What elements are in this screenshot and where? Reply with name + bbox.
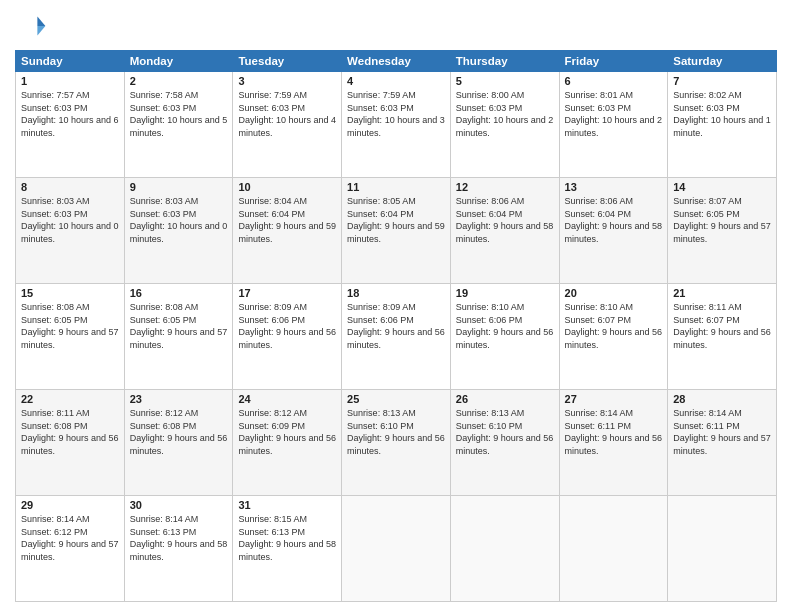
day-detail: Sunrise: 8:14 AMSunset: 6:11 PMDaylight:… xyxy=(673,407,771,457)
calendar-cell: 27 Sunrise: 8:14 AMSunset: 6:11 PMDaylig… xyxy=(559,390,668,496)
day-detail: Sunrise: 8:10 AMSunset: 6:07 PMDaylight:… xyxy=(565,301,663,351)
calendar-table: SundayMondayTuesdayWednesdayThursdayFrid… xyxy=(15,50,777,602)
day-detail: Sunrise: 7:59 AMSunset: 6:03 PMDaylight:… xyxy=(347,89,445,139)
day-number: 18 xyxy=(347,287,445,299)
weekday-header-tuesday: Tuesday xyxy=(233,51,342,72)
day-number: 27 xyxy=(565,393,663,405)
calendar-cell: 12 Sunrise: 8:06 AMSunset: 6:04 PMDaylig… xyxy=(450,178,559,284)
calendar-cell: 29 Sunrise: 8:14 AMSunset: 6:12 PMDaylig… xyxy=(16,496,125,602)
week-row-1: 1 Sunrise: 7:57 AMSunset: 6:03 PMDayligh… xyxy=(16,72,777,178)
day-detail: Sunrise: 7:57 AMSunset: 6:03 PMDaylight:… xyxy=(21,89,119,139)
day-detail: Sunrise: 8:02 AMSunset: 6:03 PMDaylight:… xyxy=(673,89,771,139)
calendar-cell: 24 Sunrise: 8:12 AMSunset: 6:09 PMDaylig… xyxy=(233,390,342,496)
calendar-cell: 5 Sunrise: 8:00 AMSunset: 6:03 PMDayligh… xyxy=(450,72,559,178)
day-detail: Sunrise: 8:01 AMSunset: 6:03 PMDaylight:… xyxy=(565,89,663,139)
calendar-cell: 17 Sunrise: 8:09 AMSunset: 6:06 PMDaylig… xyxy=(233,284,342,390)
weekday-header-row: SundayMondayTuesdayWednesdayThursdayFrid… xyxy=(16,51,777,72)
day-detail: Sunrise: 8:14 AMSunset: 6:12 PMDaylight:… xyxy=(21,513,119,563)
day-number: 24 xyxy=(238,393,336,405)
calendar-cell: 13 Sunrise: 8:06 AMSunset: 6:04 PMDaylig… xyxy=(559,178,668,284)
calendar-cell: 6 Sunrise: 8:01 AMSunset: 6:03 PMDayligh… xyxy=(559,72,668,178)
day-detail: Sunrise: 8:04 AMSunset: 6:04 PMDaylight:… xyxy=(238,195,336,245)
day-detail: Sunrise: 7:59 AMSunset: 6:03 PMDaylight:… xyxy=(238,89,336,139)
day-number: 1 xyxy=(21,75,119,87)
day-detail: Sunrise: 8:09 AMSunset: 6:06 PMDaylight:… xyxy=(347,301,445,351)
weekday-header-wednesday: Wednesday xyxy=(342,51,451,72)
day-number: 7 xyxy=(673,75,771,87)
calendar-cell: 21 Sunrise: 8:11 AMSunset: 6:07 PMDaylig… xyxy=(668,284,777,390)
calendar-cell: 26 Sunrise: 8:13 AMSunset: 6:10 PMDaylig… xyxy=(450,390,559,496)
day-detail: Sunrise: 8:07 AMSunset: 6:05 PMDaylight:… xyxy=(673,195,771,245)
calendar-cell: 14 Sunrise: 8:07 AMSunset: 6:05 PMDaylig… xyxy=(668,178,777,284)
day-number: 14 xyxy=(673,181,771,193)
day-detail: Sunrise: 7:58 AMSunset: 6:03 PMDaylight:… xyxy=(130,89,228,139)
day-detail: Sunrise: 8:03 AMSunset: 6:03 PMDaylight:… xyxy=(21,195,119,245)
day-number: 3 xyxy=(238,75,336,87)
calendar-cell: 3 Sunrise: 7:59 AMSunset: 6:03 PMDayligh… xyxy=(233,72,342,178)
calendar-cell: 23 Sunrise: 8:12 AMSunset: 6:08 PMDaylig… xyxy=(124,390,233,496)
calendar-cell: 9 Sunrise: 8:03 AMSunset: 6:03 PMDayligh… xyxy=(124,178,233,284)
day-number: 16 xyxy=(130,287,228,299)
calendar-cell: 16 Sunrise: 8:08 AMSunset: 6:05 PMDaylig… xyxy=(124,284,233,390)
calendar-cell xyxy=(668,496,777,602)
day-number: 6 xyxy=(565,75,663,87)
day-detail: Sunrise: 8:06 AMSunset: 6:04 PMDaylight:… xyxy=(565,195,663,245)
calendar-cell: 10 Sunrise: 8:04 AMSunset: 6:04 PMDaylig… xyxy=(233,178,342,284)
calendar-cell xyxy=(342,496,451,602)
weekday-header-saturday: Saturday xyxy=(668,51,777,72)
calendar-cell: 11 Sunrise: 8:05 AMSunset: 6:04 PMDaylig… xyxy=(342,178,451,284)
day-detail: Sunrise: 8:03 AMSunset: 6:03 PMDaylight:… xyxy=(130,195,228,245)
day-detail: Sunrise: 8:14 AMSunset: 6:11 PMDaylight:… xyxy=(565,407,663,457)
day-detail: Sunrise: 8:00 AMSunset: 6:03 PMDaylight:… xyxy=(456,89,554,139)
day-number: 25 xyxy=(347,393,445,405)
day-detail: Sunrise: 8:06 AMSunset: 6:04 PMDaylight:… xyxy=(456,195,554,245)
day-number: 8 xyxy=(21,181,119,193)
day-number: 22 xyxy=(21,393,119,405)
weekday-header-sunday: Sunday xyxy=(16,51,125,72)
calendar-cell: 31 Sunrise: 8:15 AMSunset: 6:13 PMDaylig… xyxy=(233,496,342,602)
weekday-header-thursday: Thursday xyxy=(450,51,559,72)
header xyxy=(15,10,777,42)
day-detail: Sunrise: 8:15 AMSunset: 6:13 PMDaylight:… xyxy=(238,513,336,563)
page: SundayMondayTuesdayWednesdayThursdayFrid… xyxy=(0,0,792,612)
weekday-header-friday: Friday xyxy=(559,51,668,72)
week-row-5: 29 Sunrise: 8:14 AMSunset: 6:12 PMDaylig… xyxy=(16,496,777,602)
day-number: 9 xyxy=(130,181,228,193)
weekday-header-monday: Monday xyxy=(124,51,233,72)
calendar-cell: 25 Sunrise: 8:13 AMSunset: 6:10 PMDaylig… xyxy=(342,390,451,496)
day-number: 23 xyxy=(130,393,228,405)
calendar-cell: 8 Sunrise: 8:03 AMSunset: 6:03 PMDayligh… xyxy=(16,178,125,284)
day-detail: Sunrise: 8:05 AMSunset: 6:04 PMDaylight:… xyxy=(347,195,445,245)
logo xyxy=(15,10,51,42)
day-detail: Sunrise: 8:13 AMSunset: 6:10 PMDaylight:… xyxy=(456,407,554,457)
calendar-cell: 28 Sunrise: 8:14 AMSunset: 6:11 PMDaylig… xyxy=(668,390,777,496)
day-number: 11 xyxy=(347,181,445,193)
calendar-cell: 15 Sunrise: 8:08 AMSunset: 6:05 PMDaylig… xyxy=(16,284,125,390)
calendar-cell: 19 Sunrise: 8:10 AMSunset: 6:06 PMDaylig… xyxy=(450,284,559,390)
day-number: 10 xyxy=(238,181,336,193)
day-detail: Sunrise: 8:08 AMSunset: 6:05 PMDaylight:… xyxy=(130,301,228,351)
day-number: 13 xyxy=(565,181,663,193)
logo-icon xyxy=(15,10,47,42)
day-number: 21 xyxy=(673,287,771,299)
day-detail: Sunrise: 8:11 AMSunset: 6:08 PMDaylight:… xyxy=(21,407,119,457)
calendar-cell: 30 Sunrise: 8:14 AMSunset: 6:13 PMDaylig… xyxy=(124,496,233,602)
day-number: 19 xyxy=(456,287,554,299)
calendar-cell xyxy=(559,496,668,602)
day-number: 5 xyxy=(456,75,554,87)
day-number: 2 xyxy=(130,75,228,87)
day-number: 29 xyxy=(21,499,119,511)
calendar-cell: 1 Sunrise: 7:57 AMSunset: 6:03 PMDayligh… xyxy=(16,72,125,178)
day-detail: Sunrise: 8:14 AMSunset: 6:13 PMDaylight:… xyxy=(130,513,228,563)
day-number: 20 xyxy=(565,287,663,299)
day-number: 17 xyxy=(238,287,336,299)
day-detail: Sunrise: 8:12 AMSunset: 6:09 PMDaylight:… xyxy=(238,407,336,457)
day-number: 15 xyxy=(21,287,119,299)
week-row-3: 15 Sunrise: 8:08 AMSunset: 6:05 PMDaylig… xyxy=(16,284,777,390)
calendar-cell: 4 Sunrise: 7:59 AMSunset: 6:03 PMDayligh… xyxy=(342,72,451,178)
calendar-cell: 18 Sunrise: 8:09 AMSunset: 6:06 PMDaylig… xyxy=(342,284,451,390)
calendar-cell xyxy=(450,496,559,602)
day-detail: Sunrise: 8:11 AMSunset: 6:07 PMDaylight:… xyxy=(673,301,771,351)
day-number: 28 xyxy=(673,393,771,405)
day-detail: Sunrise: 8:10 AMSunset: 6:06 PMDaylight:… xyxy=(456,301,554,351)
